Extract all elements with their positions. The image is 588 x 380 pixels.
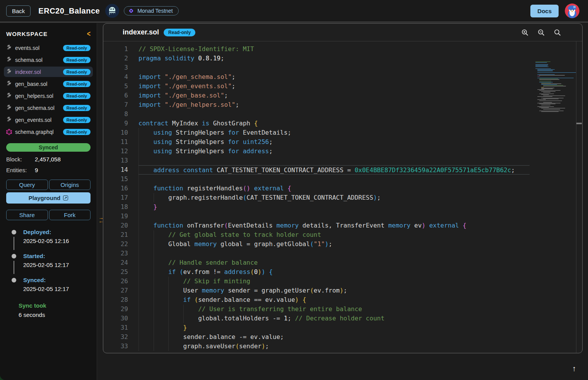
fork-button[interactable]: Fork bbox=[49, 210, 91, 220]
indent-guide bbox=[138, 193, 154, 202]
line-number: 13 bbox=[103, 156, 128, 165]
code-line[interactable]: 16function registerHandles() external { bbox=[103, 184, 582, 193]
code-line[interactable]: 31} bbox=[103, 323, 582, 332]
file-item-schema-sol[interactable]: schema.solRead-only bbox=[4, 55, 93, 65]
line-number: 16 bbox=[103, 184, 128, 193]
share-button[interactable]: Share bbox=[6, 210, 48, 220]
code-line[interactable]: 5import "./gen_events.sol"; bbox=[103, 82, 582, 91]
code-area[interactable]: 1// SPDX-License-Identifier: MIT2pragma … bbox=[103, 41, 582, 353]
file-item-gen_base-sol[interactable]: gen_base.solRead-only bbox=[4, 79, 93, 89]
timeline-label: Synced: bbox=[23, 277, 91, 283]
sidebar-resize-handle[interactable]: →← bbox=[97, 216, 105, 225]
file-item-indexer-sol[interactable]: indexer.solRead-only bbox=[4, 67, 93, 77]
code-line[interactable]: 12using StringHelpers for address; bbox=[103, 147, 582, 156]
code-text: import "./gen_schema.sol"; bbox=[138, 72, 530, 82]
code-segment: Global bbox=[168, 240, 194, 248]
code-segment: registerHandles bbox=[187, 185, 243, 192]
file-item-schema-graphql[interactable]: schema.graphqlRead-only bbox=[4, 127, 93, 137]
line-number: 23 bbox=[103, 249, 128, 258]
code-text: // Handle sender balance bbox=[138, 258, 530, 267]
code-line[interactable]: 14address constant CAT_TESTNET_TOKEN_CON… bbox=[103, 165, 582, 175]
code-segment: // SPDX-License-Identifier: MIT bbox=[138, 45, 254, 53]
origins-button[interactable]: Origins bbox=[49, 180, 91, 190]
line-number: 6 bbox=[103, 91, 128, 100]
code-line[interactable]: 7import "./gen_helpers.sol"; bbox=[103, 100, 582, 110]
timeline-label: Started: bbox=[23, 253, 91, 259]
code-line[interactable]: 17graph.registerHandle(CAT_TESTNET_TOKEN… bbox=[103, 193, 582, 202]
code-line[interactable]: 13 bbox=[103, 156, 582, 165]
code-line[interactable]: 21// Get global state to track holder co… bbox=[103, 230, 582, 240]
editor-scrollbar-thumb[interactable] bbox=[576, 123, 582, 124]
code-line[interactable]: 32sender.balance -= ev.value; bbox=[103, 332, 582, 342]
playground-button[interactable]: Playground ↗ bbox=[6, 192, 91, 204]
code-segment: } bbox=[154, 203, 157, 211]
code-line[interactable]: 27User memory sender = graph.getUser(ev.… bbox=[103, 286, 582, 295]
code-segment: 0x0E4BBE87Df3236459a22A0F575571aE5cb77B6… bbox=[355, 166, 511, 174]
file-item-gen_schema-sol[interactable]: gen_schema.solRead-only bbox=[4, 103, 93, 113]
code-line[interactable]: 18} bbox=[103, 202, 582, 212]
file-name: indexer.sol bbox=[15, 69, 63, 75]
line-number: 3 bbox=[103, 63, 128, 72]
code-text: // SPDX-License-Identifier: MIT bbox=[138, 45, 530, 54]
back-button[interactable]: Back bbox=[6, 5, 31, 17]
zoom-in-icon[interactable] bbox=[521, 29, 529, 36]
code-line[interactable]: 30global.totalHolders -= 1; // Decrease … bbox=[103, 314, 582, 323]
code-segment: EventDetails; bbox=[243, 129, 291, 136]
file-item-gen_helpers-sol[interactable]: gen_helpers.solRead-only bbox=[4, 91, 93, 101]
code-line[interactable]: 6import "./gen_base.sol"; bbox=[103, 91, 582, 100]
sync-status-pill: Synced bbox=[6, 143, 91, 152]
code-line[interactable]: 4import "./gen_schema.sol"; bbox=[103, 72, 582, 82]
code-line[interactable]: 3 bbox=[103, 63, 582, 72]
code-line[interactable]: 33graph.saveUser(sender); bbox=[103, 342, 582, 351]
indent-guide bbox=[138, 137, 154, 147]
code-text: if (sender.balance == ev.value) { bbox=[138, 295, 530, 305]
code-line[interactable]: 22Global memory global = graph.getGlobal… bbox=[103, 240, 582, 249]
code-line[interactable]: 2pragma solidity 0.8.19; bbox=[103, 54, 582, 63]
user-avatar[interactable] bbox=[565, 3, 579, 18]
docs-button[interactable]: Docs bbox=[530, 5, 559, 17]
code-line[interactable]: 8 bbox=[103, 110, 582, 119]
line-number: 11 bbox=[103, 137, 128, 147]
code-line[interactable]: 25if (ev.from != address(0)) { bbox=[103, 267, 582, 277]
code-line[interactable]: 1// SPDX-License-Identifier: MIT bbox=[103, 45, 582, 54]
timeline-dot bbox=[12, 230, 16, 235]
timeline-connector bbox=[14, 261, 14, 274]
line-number: 25 bbox=[103, 267, 128, 277]
indent-guide bbox=[138, 147, 154, 156]
code-line[interactable]: 10using StringHelpers for EventDetails; bbox=[103, 128, 582, 137]
code-line[interactable]: 20function onTransfer(EventDetails memor… bbox=[103, 221, 582, 230]
zoom-out-icon[interactable] bbox=[537, 29, 545, 36]
workspace-sidebar: WORKSPACE < events.solRead-onlyschema.so… bbox=[0, 23, 97, 380]
query-button[interactable]: Query bbox=[6, 180, 48, 190]
timeline-value: 2025-02-05 12:16 bbox=[23, 238, 91, 244]
timeline-item: Synced:2025-02-05 12:17 bbox=[6, 277, 91, 292]
sidebar-collapse-chevron-icon[interactable]: < bbox=[87, 29, 91, 38]
search-icon[interactable] bbox=[554, 29, 561, 36]
code-line[interactable]: 23 bbox=[103, 249, 582, 258]
code-segment: using bbox=[154, 138, 176, 145]
minimap-line bbox=[535, 72, 576, 72]
solidity-icon bbox=[6, 105, 12, 111]
code-line[interactable]: 11using StringHelpers for uint256; bbox=[103, 137, 582, 147]
code-segment: ) bbox=[262, 268, 265, 276]
network-badge[interactable]: Monad Testnet bbox=[124, 6, 179, 15]
indent-guide bbox=[168, 305, 183, 314]
minimap[interactable] bbox=[535, 62, 576, 112]
file-name: gen_schema.sol bbox=[15, 105, 63, 111]
code-line[interactable]: 28if (sender.balance == ev.value) { bbox=[103, 295, 582, 305]
file-item-gen_events-sol[interactable]: gen_events.solRead-only bbox=[4, 115, 93, 125]
minimap-line bbox=[537, 103, 561, 103]
code-line[interactable]: 29// User is transferring their entire b… bbox=[103, 305, 582, 314]
code-line[interactable]: 26// Skip if minting bbox=[103, 277, 582, 286]
code-text: global.totalHolders -= 1; // Decrease ho… bbox=[138, 314, 530, 323]
code-segment: { bbox=[463, 222, 467, 229]
minimap-line bbox=[535, 62, 547, 63]
code-line[interactable]: 24// Handle sender balance bbox=[103, 258, 582, 267]
code-line[interactable]: 15 bbox=[103, 175, 582, 184]
code-line[interactable]: 19 bbox=[103, 212, 582, 221]
code-line[interactable]: 9contract MyIndex is GhostGraph { bbox=[103, 119, 582, 128]
file-item-events-sol[interactable]: events.solRead-only bbox=[4, 43, 93, 53]
code-segment: graph.saveUser bbox=[183, 342, 236, 350]
code-segment: sender.balance == ev.value bbox=[198, 296, 295, 303]
scroll-to-top-button[interactable]: ↑ bbox=[569, 363, 579, 373]
